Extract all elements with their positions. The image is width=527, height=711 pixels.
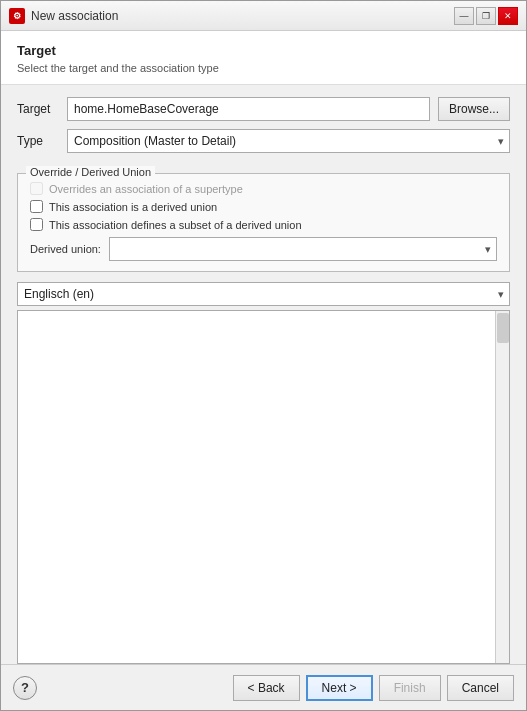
finish-button: Finish	[379, 675, 441, 701]
title-bar: ⚙ New association — ❐ ✕	[1, 1, 526, 31]
minimize-button[interactable]: —	[454, 7, 474, 25]
derived-union-select[interactable]	[109, 237, 497, 261]
section-subtitle: Select the target and the association ty…	[17, 62, 510, 74]
window-title: New association	[31, 9, 118, 23]
window-content: Target Select the target and the associa…	[1, 31, 526, 710]
close-button[interactable]: ✕	[498, 7, 518, 25]
text-area-wrapper	[17, 310, 510, 664]
type-row: Type Composition (Master to Detail)	[17, 129, 510, 153]
overrides-row: Overrides an association of a supertype	[30, 182, 497, 195]
restore-button[interactable]: ❐	[476, 7, 496, 25]
scrollbar-thumb	[497, 313, 509, 343]
derived-union-field-label: Derived union:	[30, 243, 101, 255]
text-area-section	[17, 310, 510, 664]
derived-union-checkbox[interactable]	[30, 200, 43, 213]
subset-label: This association defines a subset of a d…	[49, 219, 302, 231]
description-textarea[interactable]	[18, 311, 495, 663]
scrollbar-vertical[interactable]	[495, 311, 509, 663]
type-select[interactable]: Composition (Master to Detail)	[67, 129, 510, 153]
cancel-button[interactable]: Cancel	[447, 675, 514, 701]
group-box-title: Override / Derived Union	[26, 166, 155, 178]
derived-union-select-wrapper	[109, 237, 497, 261]
target-input[interactable]	[67, 97, 430, 121]
header-section: Target Select the target and the associa…	[1, 31, 526, 85]
title-bar-controls: — ❐ ✕	[454, 7, 518, 25]
back-button[interactable]: < Back	[233, 675, 300, 701]
language-select-wrapper: Englisch (en)	[17, 282, 510, 306]
override-group: Override / Derived Union Overrides an as…	[17, 173, 510, 272]
main-window: ⚙ New association — ❐ ✕ Target Select th…	[0, 0, 527, 711]
help-button[interactable]: ?	[13, 676, 37, 700]
type-select-wrapper: Composition (Master to Detail)	[67, 129, 510, 153]
derived-union-label: This association is a derived union	[49, 201, 217, 213]
next-button[interactable]: Next >	[306, 675, 373, 701]
target-row: Target Browse...	[17, 97, 510, 121]
window-icon: ⚙	[9, 8, 25, 24]
type-label: Type	[17, 134, 59, 148]
subset-checkbox[interactable]	[30, 218, 43, 231]
form-section: Target Browse... Type Composition (Maste…	[1, 85, 526, 173]
browse-button[interactable]: Browse...	[438, 97, 510, 121]
overrides-checkbox	[30, 182, 43, 195]
language-select[interactable]: Englisch (en)	[17, 282, 510, 306]
bottom-bar: ? < Back Next > Finish Cancel	[1, 664, 526, 710]
subset-row: This association defines a subset of a d…	[30, 218, 497, 231]
derived-union-row: This association is a derived union	[30, 200, 497, 213]
derived-union-field-row: Derived union:	[30, 237, 497, 261]
target-label: Target	[17, 102, 59, 116]
title-bar-left: ⚙ New association	[9, 8, 118, 24]
section-title: Target	[17, 43, 510, 58]
overrides-label: Overrides an association of a supertype	[49, 183, 243, 195]
language-section: Englisch (en)	[17, 282, 510, 306]
